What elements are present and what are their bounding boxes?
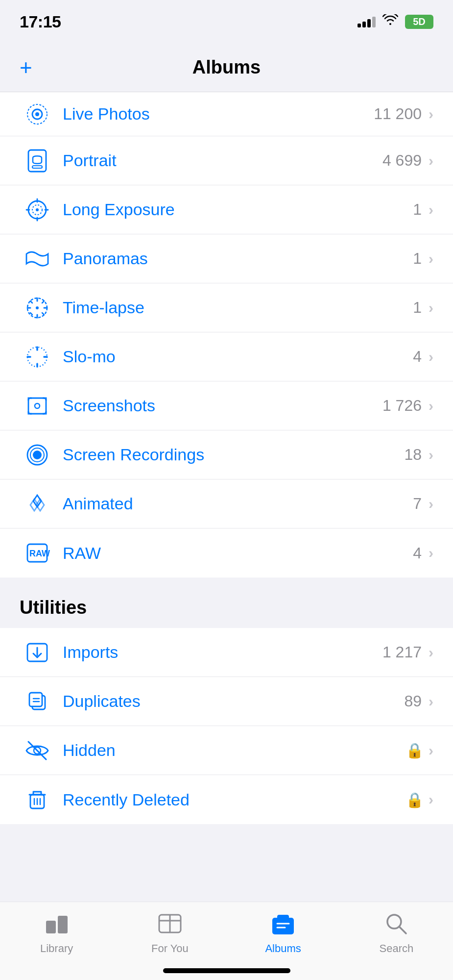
- svg-text:RAW: RAW: [29, 549, 50, 558]
- list-item-raw[interactable]: RAW RAW 4 ›: [0, 528, 453, 578]
- svg-point-30: [33, 451, 42, 459]
- screenrecordings-count: 18: [404, 446, 422, 464]
- list-item-portrait[interactable]: Portrait 4 699 ›: [0, 136, 453, 185]
- utilities-title: Utilities: [20, 597, 87, 618]
- raw-chevron: ›: [429, 545, 433, 561]
- svg-point-28: [35, 403, 40, 408]
- livephotos-count: 11 200: [374, 105, 422, 123]
- portrait-icon: [20, 143, 55, 178]
- list-item-panoramas[interactable]: Panoramas 1 ›: [0, 234, 453, 283]
- hidden-lock-icon: 🔒: [405, 742, 424, 759]
- portrait-count: 4 699: [382, 151, 422, 170]
- recentlydeleted-chevron: ›: [429, 791, 433, 808]
- tab-albums[interactable]: Albums: [227, 909, 340, 955]
- raw-label: RAW: [63, 544, 413, 563]
- screenshots-chevron: ›: [429, 398, 433, 414]
- svg-rect-47: [58, 916, 68, 933]
- albums-tab-icon: [268, 909, 298, 938]
- svg-line-19: [42, 313, 44, 315]
- portrait-chevron: ›: [429, 152, 433, 169]
- svg-line-56: [399, 927, 406, 933]
- status-bar: 17:15 5D: [0, 0, 453, 43]
- screenshots-label: Screenshots: [63, 396, 382, 415]
- slomo-label: Slo-mo: [63, 347, 413, 366]
- duplicates-chevron: ›: [429, 693, 433, 710]
- panoramas-label: Panoramas: [63, 249, 413, 268]
- list-item-imports[interactable]: Imports 1 217 ›: [0, 628, 453, 677]
- duplicates-label: Duplicates: [63, 692, 404, 711]
- nav-bar: + Albums: [0, 43, 453, 92]
- tab-albums-label: Albums: [265, 942, 301, 955]
- svg-point-7: [36, 208, 39, 211]
- wifi-icon: [382, 14, 398, 29]
- list-item-animated[interactable]: Animated 7 ›: [0, 479, 453, 528]
- animated-count: 7: [413, 495, 422, 513]
- screenshots-count: 1 726: [382, 397, 422, 415]
- list-item-recentlydeleted[interactable]: Recently Deleted 🔒 ›: [0, 775, 453, 824]
- tab-foryou[interactable]: For You: [113, 909, 226, 955]
- panoramas-count: 1: [413, 250, 422, 268]
- panoramas-chevron: ›: [429, 251, 433, 267]
- imports-label: Imports: [63, 643, 382, 662]
- list-item-screenshots[interactable]: Screenshots 1 726 ›: [0, 381, 453, 430]
- tab-library[interactable]: Library: [0, 909, 113, 955]
- animated-label: Animated: [63, 494, 413, 513]
- list-item-livephotos[interactable]: Live Photos 11 200 ›: [0, 92, 453, 136]
- svg-rect-51: [272, 918, 294, 934]
- battery-icon: 5D: [405, 15, 433, 29]
- foryou-tab-icon: [155, 909, 185, 938]
- utilities-section-header: Utilities: [0, 578, 453, 628]
- livephotos-icon: [20, 97, 55, 132]
- longexposure-icon: [20, 192, 55, 227]
- timelapse-count: 1: [413, 299, 422, 317]
- longexposure-chevron: ›: [429, 201, 433, 218]
- timelapse-label: Time-lapse: [63, 298, 413, 317]
- duplicates-count: 89: [404, 692, 422, 710]
- slomo-chevron: ›: [429, 349, 433, 365]
- utilities-list: Imports 1 217 › Duplicates 89 ›: [0, 628, 453, 824]
- search-tab-icon: [381, 909, 411, 938]
- slomo-count: 4: [413, 348, 422, 366]
- duplicates-icon: [20, 684, 55, 719]
- recentlydeleted-icon: [20, 782, 55, 817]
- svg-point-1: [35, 112, 39, 116]
- longexposure-label: Long Exposure: [63, 200, 413, 219]
- list-item-longexposure[interactable]: Long Exposure 1 ›: [0, 185, 453, 234]
- panorama-icon: [20, 241, 55, 276]
- svg-rect-27: [28, 398, 46, 414]
- list-item-hidden[interactable]: Hidden 🔒 ›: [0, 726, 453, 775]
- status-time: 17:15: [20, 12, 61, 31]
- page-title: Albums: [192, 57, 261, 78]
- hidden-icon: [20, 733, 55, 768]
- svg-rect-4: [32, 166, 42, 168]
- add-album-button[interactable]: +: [20, 57, 32, 78]
- screenrecordings-chevron: ›: [429, 447, 433, 463]
- hidden-label: Hidden: [63, 741, 405, 760]
- list-item-timelapse[interactable]: Time-lapse 1 ›: [0, 283, 453, 332]
- animated-icon: [20, 486, 55, 522]
- svg-line-40: [28, 742, 46, 759]
- screenshots-icon: [20, 388, 55, 424]
- livephotos-chevron: ›: [429, 106, 433, 123]
- tab-library-label: Library: [40, 942, 73, 955]
- list-item-screenrecordings[interactable]: Screen Recordings 18 ›: [0, 430, 453, 479]
- longexposure-count: 1: [413, 201, 422, 219]
- signal-icon: [358, 16, 376, 27]
- media-types-list: Live Photos 11 200 › Portrait 4 699 ›: [0, 92, 453, 578]
- list-item-duplicates[interactable]: Duplicates 89 ›: [0, 677, 453, 726]
- svg-line-18: [30, 301, 32, 303]
- imports-count: 1 217: [382, 643, 422, 661]
- tab-search-label: Search: [380, 942, 414, 955]
- portrait-label: Portrait: [63, 151, 382, 170]
- imports-icon: [20, 635, 55, 670]
- status-icons: 5D: [358, 14, 433, 29]
- tab-search[interactable]: Search: [340, 909, 453, 955]
- imports-chevron: ›: [429, 644, 433, 661]
- list-item-slomo[interactable]: Slo-mo 4 ›: [0, 332, 453, 381]
- raw-icon: RAW: [20, 535, 55, 571]
- svg-line-21: [30, 313, 32, 315]
- svg-rect-37: [29, 693, 42, 706]
- slomo-icon: [20, 339, 55, 375]
- tab-foryou-label: For You: [151, 942, 189, 955]
- svg-rect-46: [46, 921, 56, 933]
